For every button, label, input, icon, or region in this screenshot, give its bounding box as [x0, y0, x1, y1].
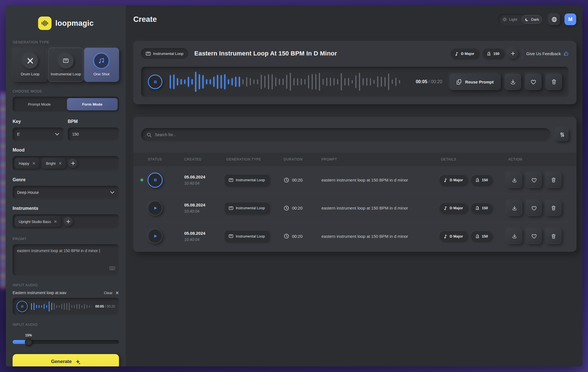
favorite-button[interactable]	[526, 172, 542, 188]
prompt-textarea[interactable]: eastern instrument loop at 150 BPM in d …	[13, 244, 119, 276]
input-audio-waveform[interactable]	[31, 301, 92, 311]
chevron-down-icon	[55, 132, 59, 136]
slider-percent-label: 15%	[25, 333, 32, 337]
prompt-cell: eastern instrument loop at 150 BPM in d …	[320, 178, 439, 182]
reuse-prompt-button[interactable]: Reuse Prompt	[449, 74, 501, 90]
filter-button[interactable]	[556, 128, 569, 141]
row-play-button[interactable]	[148, 201, 163, 216]
status-cell	[141, 173, 183, 188]
play-icon	[153, 206, 158, 211]
bpm-input[interactable]	[72, 132, 115, 136]
created-time: 10:40:04	[184, 181, 225, 185]
heart-icon	[531, 205, 537, 211]
close-icon[interactable]	[54, 220, 57, 223]
close-icon[interactable]	[59, 162, 62, 165]
give-feedback-button[interactable]: Give Us Feedback	[526, 51, 569, 56]
details-cell: D Major 150	[439, 203, 507, 213]
add-tag-button[interactable]	[508, 48, 518, 59]
keyboard-icon[interactable]	[109, 266, 115, 272]
download-button[interactable]	[507, 228, 522, 244]
genre-select[interactable]: Deep House	[13, 186, 119, 199]
globe-icon	[551, 17, 557, 22]
delete-button[interactable]	[546, 74, 562, 90]
mood-label: Mood	[13, 148, 119, 153]
key-badge-label: D Major	[461, 52, 474, 56]
generation-type-drum-loop[interactable]: Drum Loop	[13, 48, 48, 82]
column-prompt: PROMPT	[320, 157, 439, 161]
status-cell	[141, 229, 183, 244]
table-row: 05.08.2024 10:40:04 Instrumental Loop 00…	[141, 222, 569, 250]
mood-tag[interactable]: Bright	[42, 158, 66, 169]
generation-type-instrumental-loop[interactable]: Instrumental Loop	[48, 48, 83, 82]
time-current: 00:05	[95, 304, 104, 308]
column-duration: DURATION	[282, 157, 320, 161]
theme-light-button[interactable]: Light	[500, 15, 520, 24]
search-icon	[147, 132, 151, 137]
duration-cell: 00:20	[282, 205, 320, 211]
pause-button[interactable]	[17, 301, 28, 312]
favorite-button[interactable]	[525, 74, 542, 90]
download-button[interactable]	[507, 172, 522, 188]
delete-button[interactable]	[546, 200, 561, 216]
created-time: 10:40:04	[184, 237, 225, 242]
pause-button[interactable]	[148, 75, 162, 89]
bpm-badge: 150	[482, 48, 504, 59]
theme-toggle: Light Dark	[498, 14, 544, 25]
theme-dark-button[interactable]: Dark	[522, 15, 542, 24]
piano-icon	[58, 53, 74, 69]
action-cell	[507, 172, 569, 188]
page-title: Create	[133, 15, 157, 24]
type-chip-label: Instrumental Loop	[236, 206, 265, 210]
mood-tag[interactable]: Happy	[15, 158, 39, 169]
reuse-prompt-label: Reuse Prompt	[465, 80, 494, 84]
clear-input-audio-button[interactable]: Clear	[104, 291, 119, 295]
trash-icon	[551, 79, 557, 85]
clock-icon	[284, 233, 289, 239]
chevron-down-icon	[110, 190, 115, 194]
row-play-button[interactable]	[148, 229, 163, 244]
generation-type-one-shot[interactable]: One Shot	[84, 48, 119, 82]
key-value: E	[17, 132, 20, 136]
created-date: 05.08.2024	[184, 203, 225, 207]
choose-mode-label: CHOOSE MODE	[13, 89, 119, 93]
main-area: Create Light Dark M	[126, 5, 582, 366]
prompt-label: PROMT	[13, 237, 119, 241]
created-cell: 05.08.2024 10:40:04	[183, 231, 225, 242]
row-pause-button[interactable]	[148, 173, 163, 188]
main-waveform[interactable]	[170, 72, 407, 92]
avatar[interactable]: M	[564, 13, 576, 25]
table-row: 05.08.2024 10:40:04 Instrumental Loop 00…	[141, 194, 569, 222]
favorite-button[interactable]	[526, 228, 542, 244]
music-note-icon	[94, 53, 109, 69]
key-badge-label: D Major	[450, 178, 463, 182]
pause-icon	[20, 304, 24, 308]
bpm-badge: 150	[471, 175, 492, 185]
instrument-tag[interactable]: Upright Studio Bass	[15, 216, 61, 227]
delete-button[interactable]	[546, 228, 561, 244]
generation-type-cell: Instrumental Loop	[225, 231, 282, 242]
input-audio-time: 00:05 / 00:20	[95, 304, 115, 308]
metronome-icon	[475, 234, 480, 238]
close-icon	[115, 291, 119, 295]
tag-label: Happy	[19, 161, 29, 166]
delete-button[interactable]	[546, 172, 561, 188]
generate-button[interactable]: Generate	[13, 354, 119, 366]
add-instrument-button[interactable]	[64, 217, 73, 226]
mode-prompt[interactable]: Prompt Mode	[14, 98, 65, 110]
key-select[interactable]: E	[13, 127, 64, 141]
close-icon[interactable]	[32, 162, 36, 165]
input-audio-label: INPUT AUDIO	[13, 283, 119, 287]
tag-label: Bright	[46, 161, 56, 166]
metronome-icon	[487, 52, 491, 56]
brand: loopmagic	[13, 17, 119, 30]
add-mood-button[interactable]	[69, 159, 78, 168]
clock-icon	[284, 177, 289, 183]
mode-form[interactable]: Form Mode	[67, 98, 118, 110]
download-button[interactable]	[507, 200, 522, 216]
favorite-button[interactable]	[526, 200, 542, 216]
search-input[interactable]	[155, 132, 545, 137]
language-button[interactable]	[548, 13, 560, 25]
instruments-label: Instruments	[13, 206, 119, 211]
slider-thumb[interactable]	[25, 338, 32, 346]
download-button[interactable]	[505, 74, 521, 90]
